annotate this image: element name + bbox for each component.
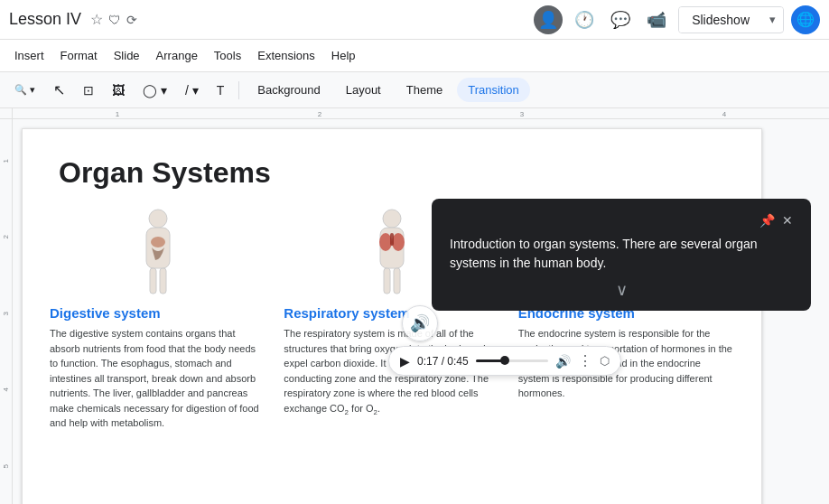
svg-rect-2 <box>150 268 156 294</box>
ruler-v-mark-2: 2 <box>0 199 12 275</box>
ruler-vertical: 1 2 3 4 5 <box>0 119 13 504</box>
svg-rect-8 <box>394 268 400 294</box>
popup-expand-arrow[interactable]: ∨ <box>450 280 793 300</box>
info-popup-header: 📌 ✕ <box>450 213 793 228</box>
toolbar-divider <box>238 81 239 99</box>
menu-arrange[interactable]: Arrange <box>149 45 205 66</box>
svg-point-9 <box>379 233 392 251</box>
ruler-horizontal: 1 2 3 4 <box>13 108 829 119</box>
menu-insert[interactable]: Insert <box>7 45 51 66</box>
slideshow-main-btn[interactable]: Slideshow <box>679 7 762 33</box>
play-button[interactable]: ▶ <box>400 354 410 369</box>
svg-point-5 <box>383 210 401 228</box>
ruler-row: 1 2 3 4 <box>0 108 829 119</box>
ruler-mark-1: 1 <box>16 110 219 118</box>
ruler-v-mark-5: 5 <box>0 428 12 504</box>
meet-btn[interactable]: 📹 <box>642 5 671 34</box>
cloud-save-icon[interactable]: 🛡 <box>108 13 121 27</box>
ruler-mark-3: 3 <box>421 110 623 118</box>
slide-area: 1 2 3 4 1 2 3 4 5 Organ Systems <box>0 108 829 504</box>
svg-rect-7 <box>384 268 390 294</box>
audio-player: ▶ 0:17 / 0:45 🔊 ⋮ ⬡ <box>388 346 621 376</box>
menu-slide[interactable]: Slide <box>107 45 147 66</box>
ruler-corner <box>0 108 13 119</box>
tab-transition[interactable]: Transition <box>457 78 530 102</box>
ruler-v-mark-3: 3 <box>0 275 12 351</box>
menu-extensions[interactable]: Extensions <box>250 45 322 66</box>
title-bar: Lesson IV ☆ 🛡 ⟳ 👤 🕐 💬 📹 Slideshow ▾ 🌐 <box>0 0 829 40</box>
digestive-text: The digestive system contains organs tha… <box>50 326 265 431</box>
svg-point-4 <box>151 237 165 247</box>
ruler-mark-2: 2 <box>219 110 421 118</box>
ruler-v-mark-1: 1 <box>0 123 12 199</box>
popup-close-icon[interactable]: ✕ <box>782 213 793 228</box>
speaker-icon: 🔊 <box>410 313 430 333</box>
more-options-icon[interactable]: ⋮ <box>578 352 592 369</box>
select-btn[interactable]: ⊡ <box>76 79 101 101</box>
textbox-btn[interactable]: T <box>210 79 232 101</box>
expand-icon[interactable]: ⬡ <box>600 354 610 368</box>
tab-background[interactable]: Background <box>247 78 331 102</box>
menu-bar: Insert Format Slide Arrange Tools Extens… <box>0 40 829 72</box>
slide: Organ Systems <box>22 128 762 504</box>
cursor-btn[interactable]: ↖ <box>46 78 72 102</box>
history-btn[interactable]: 🕐 <box>570 5 599 34</box>
slide-title: Organ Systems <box>23 129 761 199</box>
toolbar: 🔍 ▾ ↖ ⊡ 🖼 ◯ ▾ / ▾ T Background Layout Th… <box>0 72 829 108</box>
zoom-btn[interactable]: 🔍 ▾ <box>7 80 42 99</box>
menu-format[interactable]: Format <box>53 45 105 66</box>
digestive-illustration <box>126 208 190 298</box>
collaborator-avatar[interactable]: 👤 <box>534 5 563 34</box>
tab-layout[interactable]: Layout <box>335 78 392 102</box>
pin-icon[interactable]: 📌 <box>759 213 775 228</box>
audio-button[interactable]: 🔊 <box>402 305 438 341</box>
shape-btn[interactable]: ◯ ▾ <box>135 79 174 101</box>
svg-rect-3 <box>160 268 166 294</box>
main-area: 1 2 3 4 1 2 3 4 5 Organ Systems <box>0 108 829 504</box>
menu-tools[interactable]: Tools <box>207 45 248 66</box>
tab-theme[interactable]: Theme <box>396 78 453 102</box>
progress-bar[interactable] <box>476 359 548 362</box>
history-icon[interactable]: ⟳ <box>126 13 137 27</box>
svg-point-10 <box>392 233 405 251</box>
slideshow-dropdown-btn[interactable]: ▾ <box>762 7 783 32</box>
slide-canvas-area: Organ Systems <box>13 119 829 504</box>
comment-btn[interactable]: 💬 <box>606 5 635 34</box>
svg-rect-1 <box>146 228 170 268</box>
title-bar-left: Lesson IV ☆ 🛡 ⟳ <box>9 10 534 29</box>
star-icon[interactable]: ☆ <box>90 11 103 28</box>
info-popup: 📌 ✕ Introduction to organ systems. There… <box>432 199 811 311</box>
respiratory-illustration <box>360 208 424 298</box>
volume-icon[interactable]: 🔊 <box>555 354 571 369</box>
image-btn[interactable]: 🖼 <box>105 79 132 101</box>
ruler-mark-4: 4 <box>623 110 825 118</box>
progress-dot <box>500 356 509 365</box>
player-time: 0:17 / 0:45 <box>417 355 469 368</box>
ruler-v-mark-4: 4 <box>0 351 12 427</box>
digestive-heading: Digestive system <box>50 305 265 321</box>
slideshow-button-group: Slideshow ▾ <box>678 6 784 33</box>
line-btn[interactable]: / ▾ <box>178 79 206 101</box>
svg-point-0 <box>149 210 167 228</box>
slide-with-ruler: 1 2 3 4 5 Organ Systems <box>0 119 829 504</box>
document-title: Lesson IV <box>9 10 81 29</box>
menu-help[interactable]: Help <box>324 45 363 66</box>
user-avatar[interactable]: 🌐 <box>791 5 820 34</box>
digestive-image <box>50 208 265 298</box>
digestive-col: Digestive system The digestive system co… <box>50 208 265 431</box>
title-bar-right: 👤 🕐 💬 📹 Slideshow ▾ 🌐 <box>534 5 820 34</box>
svg-rect-11 <box>390 233 394 246</box>
info-popup-text: Introduction to organ systems. There are… <box>450 235 793 273</box>
